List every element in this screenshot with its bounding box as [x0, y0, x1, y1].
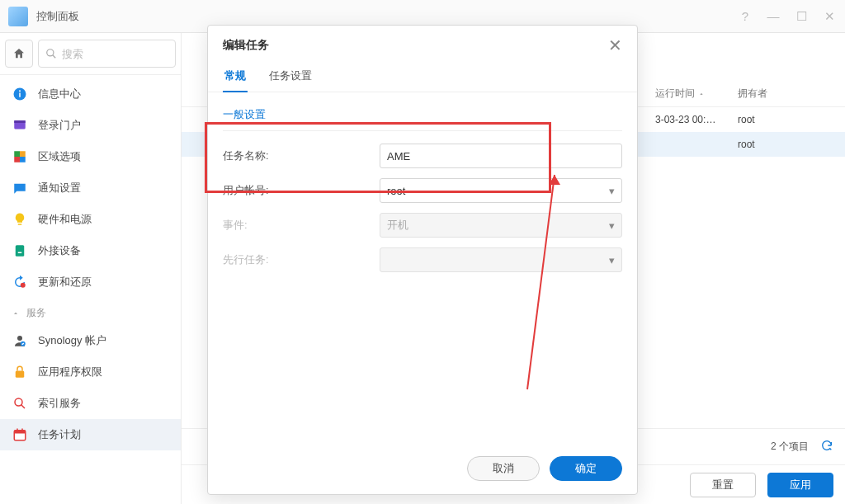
sidebar-group-services[interactable]: 服务 — [0, 298, 181, 325]
sidebar-item-label: Synology 帐户 — [38, 333, 106, 348]
svg-point-13 — [21, 283, 26, 288]
notify-icon — [12, 180, 28, 196]
restore-icon — [12, 274, 28, 290]
portal-icon — [12, 117, 28, 134]
select-user[interactable]: root ▾ — [380, 178, 622, 203]
left-panel: 信息中心 登录门户 区域选项 通知设置 硬件和电源 外接设备 — [0, 33, 182, 504]
svg-rect-22 — [21, 429, 23, 432]
lock-icon — [12, 364, 28, 380]
home-button[interactable] — [5, 40, 33, 68]
sidebar-item-label: 信息中心 — [38, 87, 81, 101]
info-icon — [12, 86, 28, 102]
svg-rect-11 — [16, 245, 25, 257]
sidebar-item-label: 通知设置 — [38, 181, 81, 195]
svg-rect-20 — [14, 431, 26, 434]
svg-line-23 — [527, 175, 555, 389]
refresh-icon — [820, 439, 833, 452]
region-icon — [12, 148, 28, 165]
window-title: 控制面板 — [36, 9, 738, 24]
sidebar-item-restore[interactable]: 更新和还原 — [0, 266, 181, 298]
svg-rect-12 — [18, 252, 22, 254]
svg-point-14 — [17, 336, 22, 341]
sidebar-item-perm[interactable]: 应用程序权限 — [0, 356, 181, 388]
svg-rect-6 — [14, 120, 26, 123]
modal-title: 编辑任务 — [223, 38, 269, 53]
chevron-down-icon: ▾ — [609, 254, 615, 266]
sidebar-item-label: 任务计划 — [38, 427, 81, 442]
item-count: 2 个项目 — [771, 440, 809, 454]
svg-point-4 — [19, 90, 21, 92]
tab-general[interactable]: 常规 — [223, 62, 248, 92]
bulb-icon — [12, 211, 28, 228]
svg-rect-21 — [17, 429, 18, 432]
sidebar: 信息中心 登录门户 区域选项 通知设置 硬件和电源 外接设备 — [0, 75, 181, 504]
home-icon — [12, 47, 26, 60]
sidebar-item-power[interactable]: 硬件和电源 — [0, 204, 181, 235]
svg-rect-9 — [14, 157, 20, 163]
tab-settings[interactable]: 任务设置 — [267, 62, 314, 92]
sidebar-item-label: 更新和还原 — [38, 275, 92, 290]
apply-button[interactable]: 应用 — [767, 473, 833, 497]
sidebar-item-label: 索引服务 — [38, 396, 81, 411]
select-pre-task: ▾ — [380, 247, 622, 272]
modal-tabs: 常规 任务设置 — [208, 62, 637, 92]
chevron-down-icon: ▾ — [609, 219, 615, 232]
sidebar-item-label: 登录门户 — [38, 118, 81, 133]
close-icon[interactable]: ✕ — [822, 9, 837, 24]
sidebar-item-account[interactable]: Synology 帐户 — [0, 325, 181, 356]
input-task-name[interactable] — [380, 144, 622, 168]
svg-rect-3 — [19, 93, 21, 97]
sort-icon — [698, 91, 705, 97]
svg-line-18 — [21, 405, 26, 409]
chevron-down-icon: ▾ — [609, 185, 615, 197]
refresh-button[interactable] — [820, 439, 833, 455]
minimize-icon[interactable]: — — [766, 9, 781, 24]
sidebar-item-label: 外接设备 — [38, 243, 81, 258]
sidebar-item-label: 硬件和电源 — [38, 212, 92, 227]
select-event: 开机 ▾ — [380, 213, 622, 238]
modal-close-button[interactable]: ✕ — [608, 37, 622, 54]
sidebar-item-task[interactable]: 任务计划 — [0, 419, 181, 450]
edit-task-modal: 编辑任务 ✕ 常规 任务设置 一般设置 任务名称: 用户帐号: root ▾ — [207, 25, 638, 495]
sidebar-item-notify[interactable]: 通知设置 — [0, 172, 181, 204]
account-icon — [12, 332, 28, 349]
calendar-icon — [12, 426, 28, 443]
ok-button[interactable]: 确定 — [550, 456, 622, 481]
external-icon — [12, 243, 28, 259]
sidebar-item-external[interactable]: 外接设备 — [0, 235, 181, 266]
reset-button[interactable]: 重置 — [690, 473, 756, 497]
help-icon[interactable]: ? — [738, 9, 753, 24]
svg-line-1 — [53, 55, 56, 59]
svg-rect-16 — [16, 371, 25, 378]
search-icon — [45, 48, 57, 59]
label-user: 用户帐号: — [223, 183, 380, 198]
col-owner[interactable]: 拥有者 — [738, 87, 833, 101]
svg-rect-8 — [20, 151, 26, 157]
window-controls: ? — ☐ ✕ — [738, 9, 837, 24]
sidebar-item-region[interactable]: 区域选项 — [0, 141, 181, 172]
cancel-button[interactable]: 取消 — [467, 456, 540, 481]
sidebar-group-label: 服务 — [26, 306, 46, 320]
label-pre-task: 先行任务: — [223, 252, 380, 267]
col-runtime[interactable]: 运行时间 — [655, 87, 738, 101]
section-general: 一般设置 — [223, 104, 622, 131]
sidebar-item-portal[interactable]: 登录门户 — [0, 110, 181, 141]
app-icon — [8, 7, 28, 26]
search-box[interactable] — [38, 40, 176, 68]
label-task-name: 任务名称: — [223, 148, 380, 163]
modal-body: 一般设置 任务名称: 用户帐号: root ▾ 事件: 开机 — [208, 92, 637, 446]
svg-rect-10 — [20, 157, 26, 163]
maximize-icon[interactable]: ☐ — [794, 9, 809, 24]
modal-footer: 取消 确定 — [208, 446, 637, 494]
sidebar-item-info[interactable]: 信息中心 — [0, 78, 181, 110]
index-icon — [12, 395, 28, 412]
search-input[interactable] — [62, 48, 168, 60]
sidebar-item-index[interactable]: 索引服务 — [0, 388, 181, 419]
chevron-up-icon — [12, 309, 20, 318]
sidebar-item-label: 应用程序权限 — [38, 365, 102, 379]
svg-rect-7 — [14, 151, 20, 157]
label-event: 事件: — [223, 218, 380, 233]
sidebar-item-label: 区域选项 — [38, 149, 81, 164]
svg-point-0 — [47, 49, 54, 56]
